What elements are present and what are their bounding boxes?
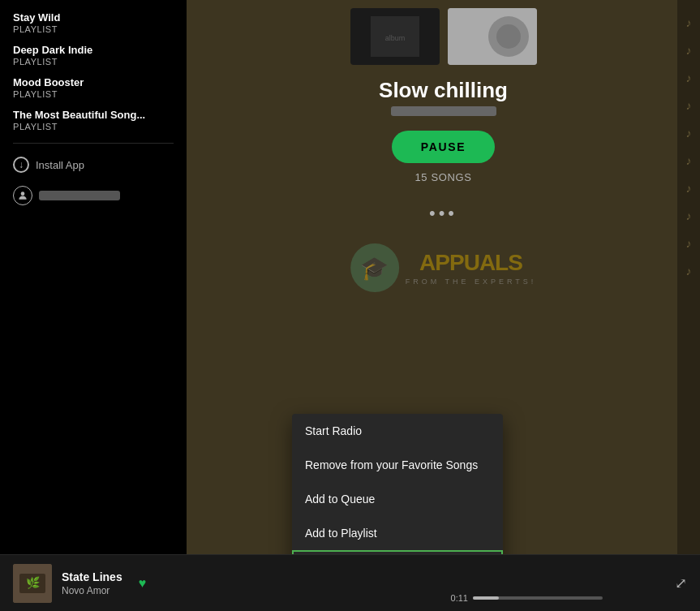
app-container: Stay Wild PLAYLIST Deep Dark Indie PLAYL… (0, 0, 700, 611)
user-name-blur (39, 191, 120, 200)
music-note-7: ♪ (686, 182, 692, 195)
top-area: album (187, 0, 700, 65)
user-row[interactable] (0, 179, 187, 212)
install-app-label: Install App (36, 159, 84, 171)
now-playing-thumbnail: 🌿 (13, 564, 52, 603)
sidebar-item-mood-booster[interactable]: Mood Booster PLAYLIST (0, 71, 187, 104)
songs-count: 15 SONGS (414, 171, 471, 183)
music-note-3: ♪ (686, 71, 692, 84)
svg-text:album: album (384, 34, 405, 42)
context-menu-start-radio[interactable]: Start Radio (292, 414, 503, 448)
svg-point-5 (496, 24, 521, 49)
sidebar: Stay Wild PLAYLIST Deep Dark Indie PLAYL… (0, 0, 187, 554)
watermark-title: APPUALS (406, 250, 537, 276)
progress-bar-background[interactable] (473, 596, 603, 600)
context-menu-add-to-playlist[interactable]: Add to Playlist (292, 516, 503, 550)
music-note-10: ♪ (686, 265, 692, 278)
now-playing-song-name: State Lines (62, 570, 122, 583)
main-row: Stay Wild PLAYLIST Deep Dark Indie PLAYL… (0, 0, 700, 554)
music-note-6: ♪ (686, 154, 692, 167)
album-art-1: album (350, 8, 440, 65)
svg-point-0 (21, 191, 25, 196)
sidebar-item-most-beautiful[interactable]: The Most Beautiful Song... PLAYLIST (0, 104, 187, 136)
pause-button[interactable]: PAUSE (392, 131, 496, 163)
music-note-2: ♪ (686, 44, 692, 57)
context-menu-copy-song-link[interactable]: Copy Song Link (292, 550, 503, 554)
watermark-logo: 🎓 APPUALS FROM THE EXPERTS! (350, 243, 537, 292)
install-app-button[interactable]: ↓ Install App (0, 150, 187, 179)
expand-icon[interactable]: ⤢ (675, 574, 687, 592)
context-menu: Start Radio Remove from your Favorite So… (292, 414, 503, 554)
music-note-9: ♪ (686, 237, 692, 250)
install-icon: ↓ (13, 157, 29, 173)
music-note-5: ♪ (686, 127, 692, 140)
now-playing-artist-name: Novo Amor (62, 585, 122, 596)
context-menu-add-to-queue[interactable]: Add to Queue (292, 482, 503, 516)
progress-bar-fill (473, 596, 499, 600)
album-art-2 (448, 8, 537, 65)
sidebar-item-stay-wild[interactable]: Stay Wild PLAYLIST (0, 6, 187, 39)
playlist-title: Slow chilling (379, 78, 508, 103)
music-note-8: ♪ (686, 209, 692, 222)
user-avatar-icon (13, 186, 32, 205)
context-menu-remove-favorite[interactable]: Remove from your Favorite Songs (292, 448, 503, 482)
heart-icon[interactable]: ♥ (139, 576, 147, 591)
progress-area: 0:11 (451, 593, 603, 603)
main-content: album Slow chilling PAUSE 15 SONGS ••• (187, 0, 700, 554)
progress-time: 0:11 (451, 593, 468, 603)
playlist-author (391, 106, 496, 116)
now-playing-info: State Lines Novo Amor (62, 570, 122, 596)
svg-text:🌿: 🌿 (26, 576, 41, 590)
right-notes-column: ♪ ♪ ♪ ♪ ♪ ♪ ♪ ♪ ♪ ♪ (677, 0, 700, 554)
watermark-icon: 🎓 (350, 243, 399, 292)
sidebar-item-deep-dark-indie[interactable]: Deep Dark Indie PLAYLIST (0, 39, 187, 71)
watermark: 🎓 APPUALS FROM THE EXPERTS! (350, 243, 537, 292)
watermark-subtitle: FROM THE EXPERTS! (406, 278, 537, 286)
more-options-button[interactable]: ••• (429, 203, 457, 224)
music-note-4: ♪ (686, 99, 692, 112)
now-playing-bar: 🌿 State Lines Novo Amor ♥ 0:11 ⤢ (0, 554, 700, 611)
sidebar-divider (13, 143, 174, 144)
music-note-1: ♪ (686, 16, 692, 29)
author-name-blur (391, 106, 496, 116)
